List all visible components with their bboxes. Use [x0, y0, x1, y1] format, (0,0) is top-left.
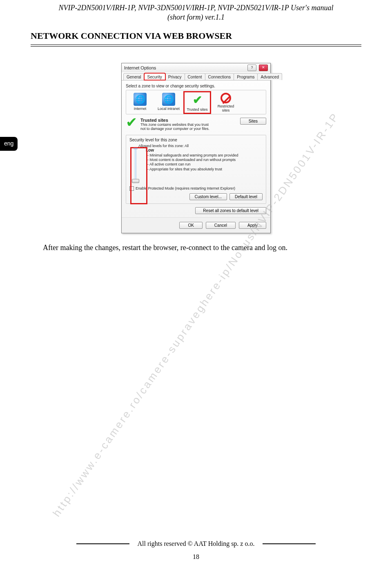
- tab-privacy[interactable]: Privacy: [165, 73, 185, 80]
- trusted-desc-text: This zone contains websites that you tru…: [140, 123, 214, 131]
- trusted-title: Trusted sites: [140, 118, 237, 123]
- checkmark-icon: ✔: [191, 94, 204, 107]
- select-zone-label: Select a zone to view or change security…: [126, 84, 266, 88]
- footer-rule-left: [76, 543, 129, 544]
- copyright-text: All rights reserved © AAT Holding sp. z …: [138, 540, 255, 547]
- dialog-title: Internet Options: [124, 65, 156, 70]
- page-number: 18: [0, 553, 392, 561]
- default-level-button[interactable]: Default level: [229, 193, 263, 200]
- globe-icon: 🌐: [162, 93, 175, 106]
- security-level-group: Security level for this zone Allowed lev…: [126, 135, 266, 204]
- protected-mode-row[interactable]: Enable Protected Mode (requires restarti…: [129, 186, 263, 191]
- sites-button[interactable]: Sites: [240, 118, 266, 125]
- section-title: NETWORK CONNECTION VIA WEB BROWSER: [31, 31, 392, 41]
- language-tab: eng: [0, 137, 18, 151]
- globe-icon: 🌐: [134, 93, 147, 106]
- tab-connections[interactable]: Connections: [205, 73, 234, 80]
- zone-internet[interactable]: 🌐 Internet: [128, 93, 152, 111]
- trusted-sites-description: ✔ Trusted sites This zone contains websi…: [126, 118, 266, 131]
- level-bullets: Minimal safeguards and warning prompts a…: [146, 153, 263, 172]
- protected-mode-label: Enable Protected Mode (requires restarti…: [136, 186, 235, 190]
- help-button[interactable]: ?: [247, 65, 256, 71]
- dialog-footer: OK Cancel Apply: [122, 217, 270, 233]
- level-name: Low: [146, 148, 263, 152]
- apply-button[interactable]: Apply: [239, 222, 266, 229]
- ok-button[interactable]: OK: [179, 222, 202, 229]
- zone-local-intranet[interactable]: 🌐 Local intranet: [156, 93, 181, 111]
- zone-restricted-sites[interactable]: Restricted sites: [214, 93, 238, 112]
- restricted-icon: [220, 93, 231, 103]
- dialog-titlebar: Internet Options ? ✕: [122, 63, 270, 72]
- checkmark-icon: ✔: [126, 118, 137, 131]
- page-header: NVIP-2DN5001V/IRH-1P, NVIP-3DN5001V/IRH-…: [0, 0, 392, 22]
- tab-advanced[interactable]: Advanced: [257, 73, 282, 80]
- close-button[interactable]: ✕: [259, 65, 268, 71]
- custom-level-button[interactable]: Custom level...: [189, 193, 227, 200]
- security-slider[interactable]: [129, 148, 142, 183]
- footer-rule-right: [263, 543, 316, 544]
- tab-general[interactable]: General: [123, 73, 145, 80]
- reset-zones-button[interactable]: Reset all zones to default level: [195, 207, 266, 214]
- security-level-legend: Security level for this zone: [129, 138, 263, 142]
- tab-security[interactable]: Security: [144, 73, 165, 80]
- internet-options-dialog: Internet Options ? ✕ General Security Pr…: [121, 63, 271, 233]
- tab-content[interactable]: Content: [185, 73, 205, 80]
- zone-selector: 🌐 Internet 🌐 Local intranet ✔ Trusted si…: [126, 90, 266, 114]
- allowed-levels-text: Allowed levels for this zone: All: [129, 144, 263, 148]
- instruction-text: After making the changes, restart the br…: [43, 244, 392, 252]
- zone-trusted-sites[interactable]: ✔ Trusted sites: [185, 93, 209, 112]
- section-rule: [31, 45, 361, 47]
- slider-thumb-icon[interactable]: [132, 179, 139, 183]
- dialog-tabs: General Security Privacy Content Connect…: [122, 72, 270, 80]
- page-footer: All rights reserved © AAT Holding sp. z …: [0, 540, 392, 561]
- cancel-button[interactable]: Cancel: [206, 222, 236, 229]
- tab-programs[interactable]: Programs: [234, 73, 258, 80]
- header-line2: (short form) ver.1.1: [0, 13, 392, 22]
- header-line1: NVIP-2DN5001V/IRH-1P, NVIP-3DN5001V/IRH-…: [0, 3, 392, 13]
